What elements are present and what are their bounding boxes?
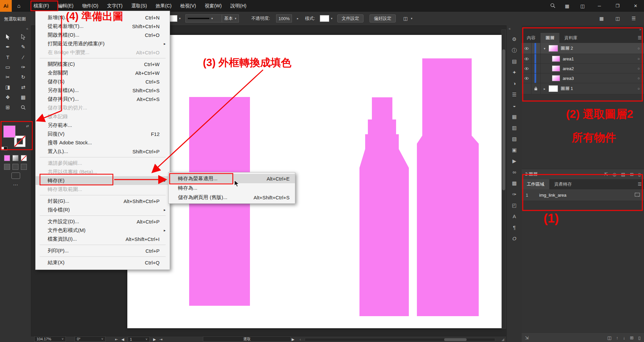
move-down-icon[interactable]: ↓ (623, 335, 625, 340)
menu-item-package[interactable]: 封裝(G)...Alt+Shift+Ctrl+P (36, 197, 170, 205)
menu-type[interactable]: 文字(T) (103, 0, 127, 12)
artboards-panel-menu-icon[interactable]: ☰ (638, 179, 642, 189)
restore-button[interactable]: ❐ (612, 3, 622, 8)
rows-icon[interactable]: ▥ (512, 124, 517, 132)
scroll-left-icon[interactable]: ‹ (300, 336, 301, 342)
toolbar-collapse-icon[interactable]: « (0, 26, 31, 31)
default-swatches-icon[interactable] (1, 146, 7, 152)
artboard-tool[interactable]: ⊞ (3, 103, 13, 111)
visibility-eye-icon[interactable] (522, 64, 531, 73)
right-bottle-shape[interactable] (417, 58, 479, 316)
character-icon[interactable]: A (513, 212, 516, 220)
none-mode-button[interactable] (21, 155, 27, 161)
menu-item-document-setup[interactable]: 文件設定(D)...Alt+Ctrl+P (36, 217, 170, 226)
layer-selection-column[interactable] (531, 54, 541, 63)
menu-item-save[interactable]: 儲存(S)Ctrl+S (36, 77, 170, 86)
shade-icon[interactable]: ▩ (512, 179, 517, 187)
middle-bottle-shape[interactable] (359, 97, 409, 316)
first-artboard-icon[interactable]: ⇤ (115, 337, 118, 342)
object-thumbnail[interactable] (552, 65, 560, 71)
menu-item-exit[interactable]: 結束(X)Ctrl+Q (36, 258, 170, 267)
selection-tool[interactable] (3, 33, 13, 41)
menu-item-export-as[interactable]: 轉存為... (169, 183, 295, 193)
new-artboard-icon[interactable]: ⊞ (630, 335, 634, 340)
menu-item-open[interactable]: 開啟舊檔(O)...Ctrl+O (36, 31, 170, 39)
panel-layout-icon[interactable]: ◫ (579, 3, 586, 9)
home-icon[interactable]: ⌂ (12, 3, 26, 9)
opentype-icon[interactable]: O (512, 235, 516, 242)
rectangle-tool[interactable]: ▭ (3, 63, 13, 71)
target-circle-icon[interactable]: ○ (633, 46, 644, 50)
delete-layer-icon[interactable]: ▯ (638, 172, 641, 177)
shape-builder-tool[interactable]: ◨ (3, 83, 13, 91)
panel-collapse-icon[interactable]: » (522, 26, 644, 33)
pen-tool[interactable]: ✒ (3, 43, 13, 51)
blend-mode-icon[interactable] (12, 164, 18, 170)
layer-row-layer1[interactable]: ▸ 圖層 1 ○ (522, 83, 644, 94)
menu-help[interactable]: 說明(H) (226, 0, 251, 12)
style-dropdown[interactable]: ▾ (320, 14, 333, 22)
layer-row-area2[interactable]: area2 ○ (522, 64, 644, 74)
resize-grip-icon[interactable]: ◢ (502, 336, 504, 342)
tab-layers[interactable]: 圖層 (541, 33, 559, 43)
menu-item-close-all[interactable]: 全部關閉Alt+Ctrl+W (36, 68, 170, 77)
menu-item-save-as[interactable]: 另存新檔(A)...Shift+Ctrl+S (36, 86, 170, 95)
menu-item-revert[interactable]: 回復(V)F12 (36, 130, 170, 138)
brush-definition-dropdown[interactable]: 基本▾ (222, 14, 239, 22)
delete-artboard-icon[interactable]: ▯ (638, 335, 641, 340)
layer-selection-column[interactable] (531, 43, 541, 54)
scissors-tool[interactable]: ✂ (3, 73, 13, 81)
target-circle-icon[interactable]: ○ (633, 87, 644, 91)
tab-asset-export[interactable]: 資產轉存 (549, 179, 577, 189)
menu-item-new[interactable]: 新增(N)...Ctrl+N (36, 13, 170, 22)
menu-item-document-color-mode[interactable]: 文件色彩模式(M)▸ (36, 226, 170, 235)
controlbar-menu-icon[interactable]: ☰ (632, 14, 639, 22)
pen-nib-icon[interactable]: ✑ (512, 190, 517, 198)
gradient-mode-button[interactable] (12, 155, 18, 161)
menu-item-save-for-web[interactable]: 儲存為網頁用 (舊版)...Alt+Shift+Ctrl+S (169, 193, 295, 202)
exit-artboard-icon[interactable]: ⇲ (525, 335, 529, 340)
object-thumbnail[interactable] (552, 56, 560, 62)
close-button[interactable]: ✕ (631, 3, 641, 8)
chart-icon[interactable]: ▤ (512, 57, 517, 65)
minimize-button[interactable]: ─ (594, 3, 604, 8)
gradient-sphere-icon[interactable]: ◒ (513, 102, 516, 109)
new-layer-icon[interactable]: ⊞ (630, 172, 634, 177)
drawing-mode-button[interactable] (11, 173, 20, 179)
layer-name[interactable]: 圖層 2 (561, 45, 633, 51)
layer-thumbnail[interactable] (549, 45, 558, 52)
menu-item-open-recent[interactable]: 打開最近使用過的檔案(F)▸ (36, 39, 170, 48)
layer-selection-column[interactable] (531, 74, 541, 83)
collapsed-layer-icon[interactable]: ▸ (541, 87, 549, 91)
menu-view[interactable]: 檢視(V) (176, 0, 201, 12)
menu-item-search-adobe-stock[interactable]: 搜尋 Adobe Stock... (36, 138, 170, 147)
menu-item-print[interactable]: 列印(P)...Ctrl+P (36, 246, 170, 255)
document-setup-button[interactable]: 文件設定 (337, 14, 363, 22)
artboard-number-dropdown[interactable]: 1˅ (128, 337, 150, 342)
mask-mode-icon[interactable] (21, 164, 27, 170)
rotation-dropdown[interactable]: 0°˅ (75, 336, 105, 342)
fill-color-swatch[interactable] (3, 126, 15, 138)
visibility-eye-icon[interactable] (522, 74, 531, 83)
target-circle-icon[interactable]: ○ (633, 66, 644, 70)
lock-icon[interactable] (531, 83, 541, 94)
last-artboard-icon[interactable]: ⇥ (159, 337, 162, 342)
direct-selection-tool[interactable] (18, 33, 28, 41)
previous-artboard-icon[interactable]: ◀ (121, 337, 124, 342)
artboard-name[interactable]: img_link_area (539, 193, 635, 198)
search-icon[interactable] (550, 3, 555, 9)
type-tool[interactable]: T (3, 53, 13, 61)
menu-window[interactable]: 視窗(W) (200, 0, 226, 12)
object-thumbnail[interactable] (552, 75, 560, 81)
rearrange-artboards-icon[interactable]: ◫ (607, 335, 611, 340)
preferences-button[interactable]: 偏好設定 (370, 14, 396, 22)
lines-icon[interactable]: ☰ (512, 91, 516, 98)
workspace-switch-dropdown[interactable]: ◫ ▾ (402, 14, 413, 22)
menu-item-new-from-template[interactable]: 從範本新增(T)...Shift+Ctrl+N (36, 22, 170, 31)
curvature-tool[interactable]: ✎ (18, 43, 28, 51)
horizontal-scrollbar-thumb[interactable] (444, 338, 467, 341)
menu-object[interactable]: 物件(O) (78, 0, 103, 12)
swatch-icon[interactable]: ▣ (512, 146, 517, 154)
arrange-panel-icon[interactable]: ◫ (615, 14, 623, 22)
crop-icon[interactable]: ◰ (512, 201, 517, 209)
